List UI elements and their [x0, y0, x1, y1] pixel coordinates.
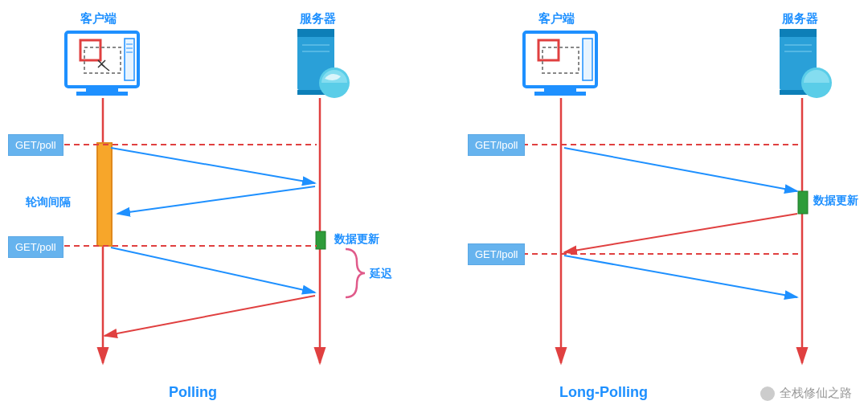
server-label-right: 服务器 [782, 11, 818, 27]
get-badge-1-right: GET/lpoll [468, 134, 525, 156]
data-update-label-right: 数据更新 [813, 194, 858, 208]
svg-rect-8 [76, 92, 128, 96]
data-update-box-right [798, 191, 808, 214]
get-badge-2-right: GET/lpoll [468, 243, 525, 265]
client-label-right: 客户端 [538, 11, 575, 27]
client-icon-left [66, 32, 138, 96]
get-badge-1-left: GET/poll [8, 134, 63, 156]
client-icon-right [524, 32, 596, 96]
svg-rect-20 [534, 92, 586, 96]
diagram-svg [0, 0, 868, 413]
polling-interval-bar [97, 143, 112, 246]
diagram-root: { "left": { "title": "Polling", "client_… [0, 0, 868, 413]
wechat-icon [760, 386, 775, 401]
interval-label: 轮询间隔 [26, 195, 71, 210]
req-arrow-1-right [564, 148, 797, 191]
get-badge-2-left: GET/poll [8, 236, 63, 258]
req-arrow-2-right [564, 256, 797, 297]
resp-arrow-2-left [104, 296, 315, 336]
delay-label: 延迟 [370, 267, 392, 281]
svg-rect-7 [86, 87, 118, 92]
polling-title: Polling [169, 384, 217, 401]
data-update-label-left: 数据更新 [334, 232, 379, 247]
server-icon-right [780, 29, 832, 98]
long-polling-title: Long-Polling [559, 384, 648, 401]
svg-rect-22 [780, 29, 817, 37]
delay-bracket [346, 249, 365, 297]
data-update-box-left [316, 231, 326, 249]
req-arrow-1-left [111, 148, 315, 183]
svg-rect-19 [544, 87, 576, 92]
watermark-text: 全栈修仙之路 [780, 386, 852, 401]
req-arrow-2-left [111, 247, 315, 292]
server-icon-left [297, 29, 350, 98]
svg-rect-18 [583, 39, 592, 80]
svg-rect-10 [297, 29, 334, 37]
resp-arrow-1-left [117, 186, 315, 214]
resp-arrow-1-right [564, 214, 797, 252]
svg-rect-3 [125, 39, 134, 80]
watermark: 全栈修仙之路 [760, 386, 852, 401]
